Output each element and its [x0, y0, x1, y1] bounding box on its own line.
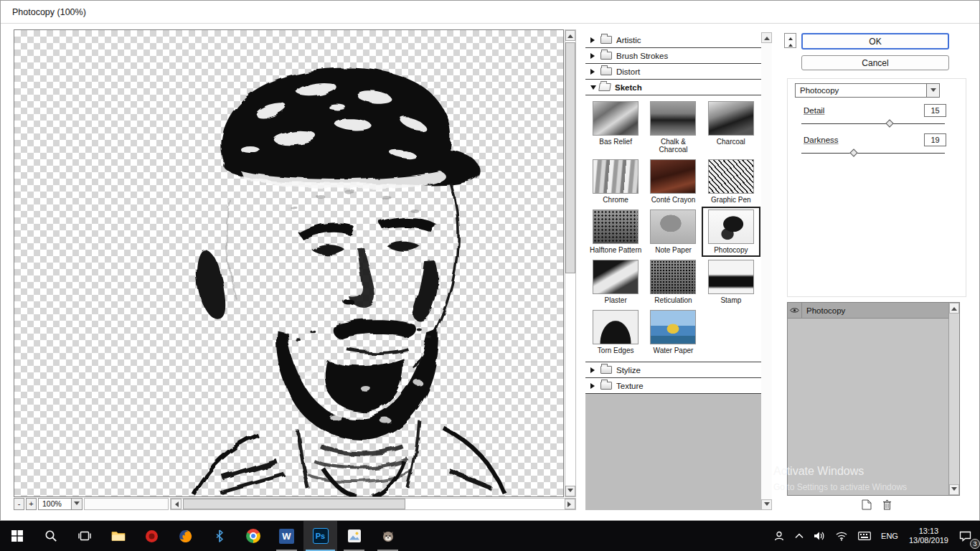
thumbnail-image: [708, 260, 754, 294]
filter-thumb-photocopy-selected[interactable]: Photocopy: [703, 208, 759, 255]
thumbnail-image: [593, 101, 639, 136]
filter-thumb-chrome[interactable]: Chrome: [588, 158, 644, 205]
horizontal-scroll-track[interactable]: [182, 499, 565, 509]
ok-button[interactable]: OK: [801, 33, 949, 50]
cancel-button[interactable]: Cancel: [801, 55, 949, 70]
category-brush-strokes[interactable]: Brush Strokes: [585, 48, 761, 64]
scroll-up-button[interactable]: [761, 32, 772, 43]
detail-slider[interactable]: [801, 123, 945, 124]
dropdown-arrow-button[interactable]: [926, 84, 939, 97]
preview-vertical-scrollbar[interactable]: [565, 29, 576, 497]
layers-scrollbar[interactable]: [948, 303, 959, 495]
screen: Photocopy (100%): [0, 0, 980, 551]
photos-button[interactable]: [337, 521, 371, 551]
show-hidden-icons-button[interactable]: [790, 521, 809, 551]
thumbnail-image: [650, 159, 696, 194]
thumbnail-label: Water Paper: [654, 347, 694, 354]
filter-select-dropdown[interactable]: Photocopy: [795, 83, 940, 98]
category-distort[interactable]: Distort: [585, 64, 761, 80]
category-artistic[interactable]: Artistic: [585, 32, 761, 48]
thumbnail-label: Reticulation: [654, 296, 692, 304]
task-view-button[interactable]: [67, 521, 101, 551]
darkness-slider-handle[interactable]: [849, 149, 857, 156]
zoom-in-button[interactable]: +: [26, 498, 37, 510]
collapse-panel-button[interactable]: [784, 33, 796, 48]
action-center-button[interactable]: 3: [954, 521, 980, 551]
horizontal-scroll-thumb[interactable]: [183, 499, 405, 509]
folder-icon: [600, 36, 612, 44]
category-texture[interactable]: Texture: [585, 378, 761, 394]
thumbnail-image: [650, 310, 696, 344]
scroll-down-button[interactable]: [949, 484, 959, 495]
detail-value-input[interactable]: 15: [924, 104, 946, 117]
people-button[interactable]: [768, 521, 790, 551]
preview-horizontal-scrollbar[interactable]: [170, 498, 576, 510]
file-explorer-button[interactable]: [101, 521, 135, 551]
detail-slider-handle[interactable]: [885, 119, 893, 127]
category-sketch[interactable]: Sketch: [585, 80, 761, 95]
filter-thumb-graphic-pen[interactable]: Graphic Pen: [703, 158, 759, 205]
filter-thumb-halftone-pattern[interactable]: Halftone Pattern: [588, 208, 644, 255]
thumbnail-label: Chalk & Charcoal: [646, 138, 700, 154]
filter-thumb-bas-relief[interactable]: Bas Relief: [588, 100, 644, 155]
filter-thumb-conte-crayon[interactable]: Conté Crayon: [645, 158, 701, 205]
zoom-out-button[interactable]: -: [14, 498, 24, 510]
red-app-button[interactable]: [135, 521, 169, 551]
bluetooth-button[interactable]: [202, 521, 236, 551]
preview-canvas[interactable]: [14, 29, 564, 497]
darkness-value-input[interactable]: 19: [924, 133, 946, 146]
filter-thumb-water-paper[interactable]: Water Paper: [645, 309, 701, 356]
vertical-scroll-track[interactable]: [565, 41, 575, 486]
thumbnail-image: [593, 209, 639, 244]
filter-thumb-charcoal[interactable]: Charcoal: [703, 100, 759, 155]
firefox-button[interactable]: [169, 521, 202, 551]
start-button[interactable]: [0, 521, 34, 551]
volume-button[interactable]: [809, 521, 830, 551]
scroll-left-button[interactable]: [171, 499, 182, 509]
touch-keyboard-button[interactable]: [853, 521, 876, 551]
zoom-dropdown-arrow[interactable]: [71, 499, 82, 509]
category-label: Artistic: [616, 36, 641, 44]
scroll-down-button[interactable]: [565, 486, 575, 496]
filter-thumb-reticulation[interactable]: Reticulation: [645, 258, 701, 306]
filter-panel-scrollbar[interactable]: [761, 32, 772, 510]
filter-thumb-stamp[interactable]: Stamp: [703, 258, 759, 306]
filter-thumb-chalk-charcoal[interactable]: Chalk & Charcoal: [645, 100, 701, 155]
category-label: Sketch: [615, 83, 642, 92]
taskbar-search-button[interactable]: [34, 521, 67, 551]
network-button[interactable]: [830, 521, 853, 551]
file-explorer-icon: [111, 530, 126, 542]
detail-label: Detail: [804, 106, 824, 115]
folder-icon: [600, 366, 612, 374]
scroll-up-button[interactable]: [949, 303, 959, 314]
preview-status-strip: [84, 498, 169, 510]
effect-layer-name: Photocopy: [802, 306, 845, 315]
chrome-button[interactable]: [236, 521, 270, 551]
category-label: Stylize: [616, 366, 641, 375]
thumbnail-image: [708, 159, 754, 194]
language-indicator[interactable]: ENG: [876, 521, 903, 551]
filter-thumb-note-paper[interactable]: Note Paper: [645, 208, 701, 255]
gimp-icon: [381, 529, 395, 543]
delete-effect-layer-button[interactable]: [880, 499, 894, 511]
scroll-down-button[interactable]: [761, 499, 772, 510]
category-stylize[interactable]: Stylize: [585, 362, 761, 378]
filter-options-panel: OK Cancel Photocopy Detail 15 Darkness 1…: [779, 29, 980, 510]
filter-thumb-plaster[interactable]: Plaster: [588, 258, 644, 306]
scroll-right-button[interactable]: [565, 499, 575, 509]
darkness-slider[interactable]: [801, 153, 945, 154]
scroll-track[interactable]: [761, 43, 772, 499]
zoom-level-dropdown[interactable]: 100%: [38, 498, 83, 510]
effect-layer-row-photocopy[interactable]: Photocopy: [788, 303, 948, 319]
filter-thumb-torn-edges[interactable]: Torn Edges: [588, 309, 644, 356]
taskbar-clock[interactable]: 13:13 13/08/2019: [903, 521, 954, 551]
word-button[interactable]: W: [270, 521, 303, 551]
layer-visibility-toggle[interactable]: [788, 303, 802, 318]
gimp-button[interactable]: [371, 521, 405, 551]
dialog-titlebar[interactable]: Photocopy (100%): [1, 1, 979, 24]
photoshop-button[interactable]: Ps: [303, 521, 337, 551]
vertical-scroll-thumb[interactable]: [565, 42, 575, 273]
scroll-up-button[interactable]: [565, 30, 575, 41]
new-effect-layer-button[interactable]: [859, 499, 874, 511]
notification-icon: [959, 530, 971, 542]
